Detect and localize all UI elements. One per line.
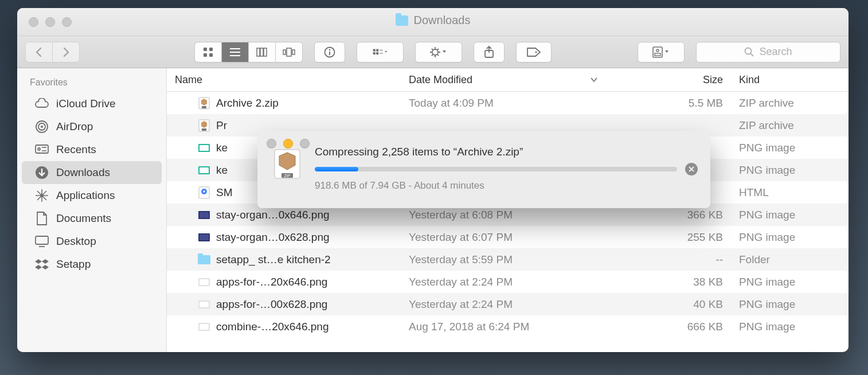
recents-icon <box>34 142 49 157</box>
svg-rect-63 <box>200 212 209 218</box>
svg-rect-3 <box>209 53 213 57</box>
sidebar-item-desktop[interactable]: Desktop <box>22 230 162 253</box>
desktop-icon <box>34 234 49 249</box>
svg-rect-12 <box>292 50 295 54</box>
table-row[interactable]: apps-for-…20x646.pngYesterday at 2:24 PM… <box>167 271 849 293</box>
back-button[interactable] <box>25 42 52 62</box>
svg-rect-69 <box>200 302 209 307</box>
file-date: Yesterday at 5:59 PM <box>401 253 606 266</box>
downloads-icon <box>34 165 49 180</box>
column-date-modified[interactable]: Date Modified <box>401 74 606 86</box>
sidebar-item-documents[interactable]: Documents <box>22 207 162 230</box>
file-size: 40 KB <box>606 298 731 311</box>
quick-actions-button[interactable] <box>638 42 685 62</box>
view-gallery-button[interactable] <box>275 42 303 62</box>
svg-line-30 <box>437 49 439 50</box>
column-kind[interactable]: Kind <box>731 74 849 86</box>
sidebar: Favorites iCloud DriveAirDropRecentsDown… <box>17 68 167 352</box>
svg-point-41 <box>41 126 43 128</box>
table-row[interactable]: stay-organ…0x628.pngYesterday at 6:07 PM… <box>167 226 849 248</box>
table-row[interactable]: Archive 2.zipToday at 4:09 PM5.5 MBZIP a… <box>167 92 849 114</box>
action-button[interactable] <box>415 42 462 62</box>
file-icon <box>198 119 210 132</box>
svg-rect-11 <box>287 48 291 56</box>
sidebar-heading: Favorites <box>17 75 166 92</box>
svg-rect-65 <box>200 235 209 240</box>
file-name: ke <box>216 142 228 154</box>
svg-rect-0 <box>204 48 207 51</box>
svg-point-14 <box>329 49 331 50</box>
file-name: Archive 2.zip <box>216 97 279 110</box>
file-kind: PNG image <box>731 321 849 333</box>
column-name[interactable]: Name <box>167 74 401 86</box>
dialog-zoom-button[interactable] <box>300 139 310 149</box>
svg-rect-10 <box>283 50 286 54</box>
svg-rect-19 <box>376 52 378 54</box>
dialog-title: Compressing 2,258 items to “Archive 2.zi… <box>315 146 698 158</box>
sidebar-item-recents[interactable]: Recents <box>22 138 162 161</box>
file-icon <box>198 186 210 199</box>
file-kind: PNG image <box>731 164 849 177</box>
tags-button[interactable] <box>516 42 552 62</box>
view-list-button[interactable] <box>221 42 248 62</box>
file-size: 255 KB <box>606 231 731 244</box>
file-name: stay-organ…0x646.png <box>216 209 330 221</box>
svg-rect-9 <box>264 48 267 56</box>
share-button[interactable] <box>474 42 505 62</box>
sidebar-item-label: Downloads <box>56 166 110 179</box>
column-size[interactable]: Size <box>606 74 731 86</box>
file-kind: PNG image <box>731 142 849 154</box>
file-size: 366 KB <box>606 209 731 221</box>
folder-icon <box>198 255 210 264</box>
search-field[interactable]: Search <box>696 42 840 62</box>
file-icon <box>198 164 210 177</box>
sidebar-item-airdrop[interactable]: AirDrop <box>22 115 162 138</box>
sidebar-item-label: Documents <box>56 212 111 225</box>
sidebar-item-applications[interactable]: Applications <box>22 184 162 207</box>
file-icon <box>198 276 210 288</box>
cancel-button[interactable] <box>685 163 698 175</box>
svg-rect-7 <box>257 48 260 56</box>
file-kind: ZIP archive <box>731 119 849 132</box>
file-date: Yesterday at 6:08 PM <box>401 209 606 221</box>
svg-rect-36 <box>655 53 660 56</box>
sidebar-item-label: Applications <box>56 189 115 202</box>
sidebar-item-downloads[interactable]: Downloads <box>22 161 162 184</box>
file-size: 5.5 MB <box>606 97 731 110</box>
svg-rect-54 <box>202 128 206 131</box>
chevron-down-icon <box>590 77 598 83</box>
file-icon <box>198 231 210 244</box>
svg-line-29 <box>432 54 433 56</box>
search-icon <box>744 47 754 57</box>
svg-rect-67 <box>200 279 209 285</box>
svg-rect-8 <box>260 48 263 56</box>
sidebar-item-icloud-drive[interactable]: iCloud Drive <box>22 92 162 115</box>
sidebar-item-label: Recents <box>56 143 96 156</box>
file-date: Aug 17, 2018 at 6:24 PM <box>401 321 606 333</box>
svg-rect-1 <box>209 48 213 51</box>
svg-rect-18 <box>373 52 376 54</box>
svg-line-38 <box>750 53 753 56</box>
dialog-minimize-button[interactable] <box>283 139 293 149</box>
forward-button[interactable] <box>52 42 80 62</box>
view-column-button[interactable] <box>248 42 275 62</box>
file-name: combine-…20x646.png <box>216 321 329 333</box>
file-size: 666 KB <box>606 321 731 333</box>
airdrop-icon <box>34 119 49 134</box>
table-row[interactable]: apps-for-…00x628.pngYesterday at 2:24 PM… <box>167 293 849 315</box>
svg-point-35 <box>656 49 659 52</box>
info-button[interactable] <box>314 42 345 62</box>
docs-icon <box>34 211 49 226</box>
file-kind: PNG image <box>731 298 849 311</box>
view-icon-button[interactable] <box>194 42 221 62</box>
toolbar: Search <box>17 36 849 68</box>
table-row[interactable]: setapp_ st…e kitchen-2Yesterday at 5:59 … <box>167 248 849 271</box>
table-row[interactable]: combine-…20x646.pngAug 17, 2018 at 6:24 … <box>167 315 849 338</box>
sidebar-item-label: AirDrop <box>56 120 93 133</box>
svg-rect-17 <box>376 49 378 51</box>
search-placeholder: Search <box>759 46 792 58</box>
sidebar-item-setapp[interactable]: Setapp <box>22 253 162 276</box>
arrange-button[interactable] <box>357 42 404 62</box>
file-kind: Folder <box>731 253 849 266</box>
dialog-close-button[interactable] <box>267 139 276 149</box>
